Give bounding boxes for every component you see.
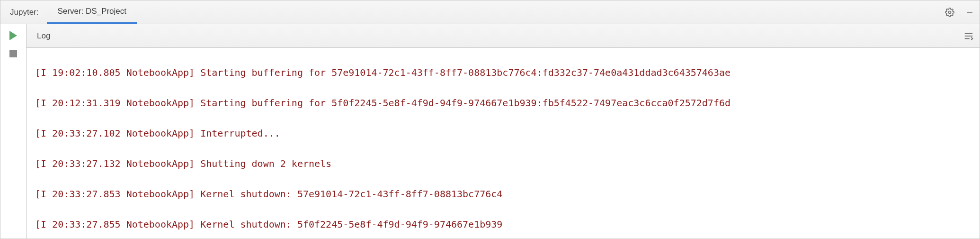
log-line: [I 20:33:27.855 NotebookApp] Kernel shut… <box>35 217 971 232</box>
jupyter-server-panel: Jupyter: Server: DS_Project Log <box>0 0 980 239</box>
jupyter-label: Jupyter: <box>0 0 47 24</box>
svg-point-0 <box>949 11 951 13</box>
minimize-icon <box>965 8 974 17</box>
log-line: [I 20:33:27.102 NotebookApp] Interrupted… <box>35 126 971 141</box>
settings-button[interactable] <box>940 0 960 24</box>
log-line: [I 20:33:27.132 NotebookApp] Shutting do… <box>35 156 971 171</box>
log-line: [I 20:12:31.319 NotebookApp] Starting bu… <box>35 95 971 110</box>
main-area: Log [I 19:02:10.805 NotebookApp] Startin… <box>27 24 980 239</box>
panel-header: Jupyter: Server: DS_Project <box>0 0 980 24</box>
panel-body: Log [I 19:02:10.805 NotebookApp] Startin… <box>0 24 980 239</box>
console-output[interactable]: [I 19:02:10.805 NotebookApp] Starting bu… <box>27 48 980 239</box>
log-line: [I 20:33:27.853 NotebookApp] Kernel shut… <box>35 186 971 202</box>
hide-button[interactable] <box>960 0 980 24</box>
log-tab-bar: Log <box>27 24 980 48</box>
log-tab[interactable]: Log <box>37 31 50 41</box>
action-gutter <box>0 24 27 239</box>
run-button[interactable] <box>9 31 17 40</box>
gear-icon <box>945 8 954 17</box>
log-line: [I 19:02:10.805 NotebookApp] Starting bu… <box>35 65 971 80</box>
stop-button[interactable] <box>9 50 17 57</box>
server-tab[interactable]: Server: DS_Project <box>47 0 137 24</box>
softwrap-button[interactable] <box>958 31 980 41</box>
softwrap-icon <box>963 31 974 41</box>
